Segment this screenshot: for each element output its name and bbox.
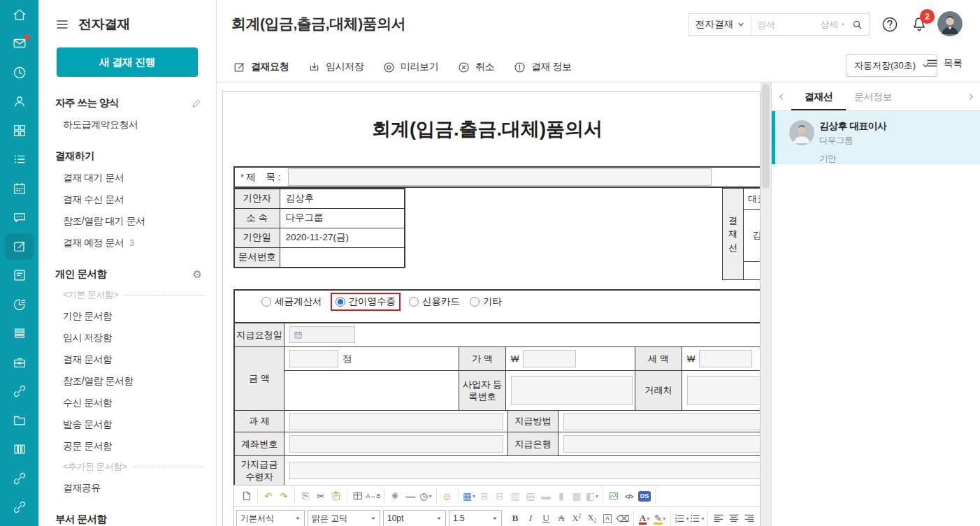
search-advanced-toggle[interactable]: 상세 bbox=[821, 19, 846, 31]
rail-task-list-icon[interactable] bbox=[0, 145, 38, 175]
insert-datetime-button[interactable]: ◷▾ bbox=[418, 488, 433, 504]
font-size-select[interactable]: 10pt bbox=[383, 510, 446, 526]
rail-home-icon[interactable] bbox=[0, 0, 38, 29]
vendor-input[interactable] bbox=[687, 376, 761, 405]
font-select[interactable]: 맑은 고딕 bbox=[308, 510, 380, 526]
amount-text-input[interactable] bbox=[289, 350, 338, 367]
autosave-select[interactable]: 자동저장(30초) bbox=[846, 54, 937, 77]
clear-format-button[interactable]: ⌫ bbox=[615, 511, 630, 526]
sidebar-item[interactable]: 결재 대기 문서 bbox=[38, 167, 216, 189]
subject2-input[interactable] bbox=[289, 413, 503, 430]
sidebar-item[interactable]: 발송 문서함 bbox=[38, 414, 216, 435]
insert-table-button[interactable]: ▦▾ bbox=[461, 488, 477, 504]
font-color-button[interactable]: A▾ bbox=[637, 511, 652, 526]
sidebar-item[interactable]: 결재 수신 문서 bbox=[38, 189, 216, 210]
italic-button[interactable]: I bbox=[523, 511, 538, 526]
pencil-icon[interactable] bbox=[192, 98, 202, 108]
rail-user-icon[interactable] bbox=[0, 87, 38, 117]
cancel-button[interactable]: 취소 bbox=[457, 61, 494, 74]
radio-icon[interactable] bbox=[336, 297, 345, 307]
char-map-button[interactable]: A bbox=[600, 511, 615, 526]
emoticon-button[interactable]: ☺ bbox=[440, 488, 455, 504]
bank-input[interactable] bbox=[563, 435, 761, 453]
tabs-next-icon[interactable] bbox=[960, 93, 980, 101]
find-replace-button[interactable]: A↔B bbox=[366, 488, 381, 504]
business-no-input[interactable] bbox=[511, 376, 633, 405]
cut-button[interactable]: ✂ bbox=[313, 488, 329, 504]
supply-value-input[interactable] bbox=[523, 350, 576, 367]
undo-button[interactable]: ↶ bbox=[261, 488, 276, 504]
receipt-option[interactable]: 간이영수증 bbox=[332, 294, 400, 309]
scrollbar-thumb[interactable] bbox=[762, 84, 770, 189]
rail-board-icon[interactable] bbox=[0, 261, 38, 291]
sidebar-item[interactable]: 결재 문서함 bbox=[38, 349, 216, 370]
paste-button[interactable] bbox=[329, 488, 344, 504]
redo-button[interactable]: ↷ bbox=[276, 488, 291, 504]
sidebar-item[interactable]: 결재 예정 문서3 bbox=[38, 232, 216, 254]
format-select[interactable]: 기본서식 bbox=[236, 510, 305, 526]
gear-icon[interactable]: ⚙ bbox=[193, 268, 202, 281]
rail-link-icon[interactable] bbox=[0, 493, 38, 523]
merge-cells-button[interactable]: ▥ bbox=[507, 488, 523, 504]
tab-doc-info[interactable]: 문서정보 bbox=[846, 82, 900, 110]
rail-rows-icon[interactable] bbox=[0, 319, 38, 349]
tabs-prev-icon[interactable] bbox=[772, 93, 791, 101]
receipt-option[interactable]: 신용카드 bbox=[409, 295, 460, 308]
subscript-button[interactable]: X2 bbox=[584, 511, 600, 526]
approval-request-button[interactable]: 결재요청 bbox=[233, 61, 289, 74]
rail-chat-icon[interactable] bbox=[0, 203, 38, 233]
select-row-button[interactable]: ▬ bbox=[538, 488, 554, 504]
search-icon[interactable] bbox=[851, 19, 863, 31]
rail-archive-icon[interactable] bbox=[0, 435, 38, 465]
underline-button[interactable]: U bbox=[538, 511, 554, 526]
rail-folder-icon[interactable] bbox=[0, 406, 38, 435]
user-avatar[interactable] bbox=[937, 11, 963, 36]
subject-input[interactable] bbox=[288, 168, 712, 186]
search-scope-select[interactable]: 전자결재 bbox=[689, 14, 751, 35]
special-character-button[interactable]: ※ bbox=[387, 488, 403, 504]
pay-method-input[interactable] bbox=[563, 413, 761, 430]
rail-pie-chart-icon[interactable] bbox=[0, 290, 38, 319]
cell-properties-button[interactable] bbox=[350, 488, 366, 504]
insert-row-button[interactable]: ⊞ bbox=[477, 488, 492, 504]
align-right-button[interactable] bbox=[742, 511, 757, 526]
sidebar-item[interactable]: 수신 문서함 bbox=[38, 392, 216, 414]
sidebar-item[interactable]: 결재공유 bbox=[38, 477, 216, 499]
preview-button[interactable]: 미리보기 bbox=[382, 61, 438, 74]
sidebar-item[interactable]: 참조/열람 문서함 bbox=[38, 370, 216, 392]
code-view-button[interactable]: </> bbox=[621, 488, 637, 504]
cell-color-button[interactable]: ◧▾ bbox=[584, 488, 600, 504]
line-height-select[interactable]: 1.5 bbox=[449, 510, 502, 526]
rail-briefcase-icon[interactable] bbox=[0, 348, 38, 377]
rail-mail-icon[interactable] bbox=[0, 29, 38, 59]
highlight-color-button[interactable]: ✎▾ bbox=[652, 511, 668, 526]
align-center-button[interactable] bbox=[726, 511, 742, 526]
sidebar-item[interactable]: 기안 문서함 bbox=[38, 305, 216, 327]
rail-link-icon[interactable] bbox=[0, 464, 38, 493]
pay-date-input[interactable] bbox=[289, 326, 355, 343]
daou-docs-button[interactable]: DS bbox=[637, 488, 652, 504]
advance-recipient-input[interactable] bbox=[289, 462, 761, 479]
select-column-button[interactable]: ▮ bbox=[554, 488, 569, 504]
temp-save-button[interactable]: 임시저장 bbox=[308, 61, 363, 74]
sidebar-item[interactable]: 참조/열람 대기 문서 bbox=[38, 210, 216, 232]
sidebar-item[interactable]: 하도급계약요청서 bbox=[38, 114, 216, 136]
insert-image-button[interactable] bbox=[606, 488, 621, 504]
approver-card[interactable]: 김상후 대표이사 다우그룹 기안 bbox=[772, 111, 980, 164]
help-icon[interactable] bbox=[880, 15, 900, 34]
list-button[interactable]: 목록 bbox=[925, 57, 963, 70]
bold-button[interactable]: B bbox=[507, 511, 523, 526]
rail-app-grid-icon[interactable] bbox=[0, 116, 38, 145]
account-input[interactable] bbox=[289, 435, 503, 453]
strikethrough-button[interactable]: A bbox=[554, 511, 569, 526]
tab-approval-line[interactable]: 결재선 bbox=[791, 82, 846, 110]
search-input[interactable] bbox=[751, 20, 821, 30]
document-scrollbar[interactable] bbox=[761, 82, 771, 526]
align-left-button[interactable] bbox=[711, 511, 726, 526]
new-document-button[interactable] bbox=[239, 488, 254, 504]
radio-icon[interactable] bbox=[261, 297, 271, 307]
copy-button[interactable]: ⎘ bbox=[298, 488, 313, 504]
approval-info-button[interactable]: 결재 정보 bbox=[513, 61, 571, 74]
hamburger-menu-icon[interactable] bbox=[55, 17, 69, 31]
rail-link-icon[interactable] bbox=[0, 377, 38, 407]
